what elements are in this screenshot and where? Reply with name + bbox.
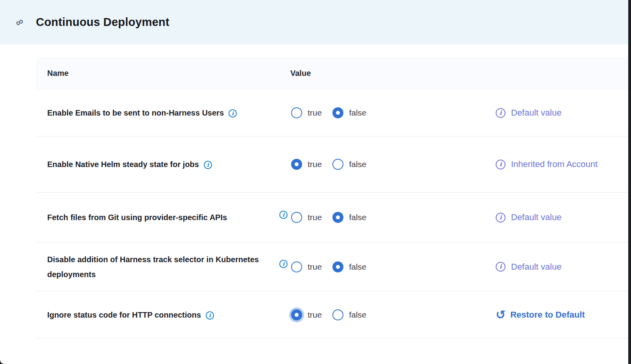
setting-name: Ignore status code for HTTP connectionsi	[47, 307, 273, 322]
restore-to-default-button[interactable]: Restore to Default	[510, 310, 585, 320]
radio-true-circle[interactable]	[291, 107, 302, 118]
window-right-edge	[628, 0, 631, 364]
radio-true-circle[interactable]	[291, 261, 302, 272]
info-icon[interactable]: i	[229, 109, 237, 118]
radio-false-circle[interactable]	[332, 309, 343, 320]
setting-status: ↺ Restore to Default	[484, 309, 628, 321]
setting-status: i Inherited from Account	[484, 158, 628, 171]
table-row: Disable addition of Harness track select…	[36, 243, 628, 291]
radio-true[interactable]: true	[291, 159, 332, 170]
radio-true[interactable]: true	[291, 212, 332, 223]
radio-false[interactable]: false	[332, 309, 377, 320]
radio-false[interactable]: false	[332, 159, 377, 170]
info-icon[interactable]: i	[204, 161, 212, 169]
radio-true[interactable]: true	[291, 107, 332, 118]
radio-true-circle[interactable]	[291, 212, 302, 223]
setting-name: Fetch files from Git using provider-spec…	[47, 210, 273, 225]
table-header-row: Name Value	[36, 57, 628, 90]
table-row: Enable Emails to be sent to non-Harness …	[36, 90, 628, 136]
radio-false-circle[interactable]	[332, 107, 343, 118]
setting-status: i Default value	[484, 260, 628, 274]
window-corner-bottom-left	[0, 360, 4, 364]
column-header-value: Value	[279, 69, 484, 78]
info-icon[interactable]: i	[496, 160, 506, 169]
radio-false[interactable]: false	[332, 212, 377, 223]
radio-true-circle[interactable]	[291, 309, 302, 320]
radio-false-circle[interactable]	[332, 159, 343, 170]
column-header-name: Name	[47, 69, 279, 78]
info-icon[interactable]: i	[496, 108, 506, 118]
setting-value: i true false	[279, 212, 484, 223]
info-icon[interactable]: i	[496, 262, 506, 272]
radio-true-circle[interactable]	[291, 159, 302, 170]
table-row: Enable Native Helm steady state for jobs…	[36, 136, 628, 193]
status-label: Default value	[511, 106, 561, 119]
radio-false-circle[interactable]	[332, 212, 343, 223]
setting-value: i true false	[279, 309, 484, 320]
info-icon[interactable]: i	[496, 213, 506, 222]
setting-value: i true false	[279, 159, 484, 170]
status-label: Default value	[511, 260, 561, 274]
table-row: Ignore status code for HTTP connectionsi…	[36, 291, 628, 338]
info-icon[interactable]: i	[206, 311, 214, 320]
setting-name: Disable addition of Harness track select…	[47, 252, 273, 282]
radio-false[interactable]: false	[332, 261, 377, 272]
status-label: Inherited from Account	[511, 158, 598, 171]
setting-name: Enable Native Helm steady state for jobs…	[47, 157, 273, 172]
info-icon[interactable]: i	[279, 260, 288, 268]
setting-status: i Default value	[484, 211, 628, 224]
radio-true[interactable]: true	[291, 309, 332, 320]
status-label: Default value	[511, 211, 561, 224]
setting-value: i true false	[279, 261, 484, 272]
table-row: Fetch files from Git using provider-spec…	[36, 193, 628, 243]
setting-status: i Default value	[484, 106, 628, 119]
restore-icon[interactable]: ↺	[496, 309, 506, 321]
settings-table: Name Value Enable Emails to be sent to n…	[36, 57, 628, 338]
setting-name: Enable Emails to be sent to non-Harness …	[47, 105, 273, 120]
page-title: Continuous Deployment	[36, 16, 169, 29]
radio-false-circle[interactable]	[332, 261, 343, 272]
info-icon[interactable]: i	[279, 211, 288, 219]
setting-value: i true false	[279, 107, 484, 118]
radio-false[interactable]: false	[332, 107, 377, 118]
radio-true[interactable]: true	[291, 261, 332, 272]
section-header: ∞ Continuous Deployment	[0, 0, 631, 44]
link-icon[interactable]: ∞	[14, 16, 26, 29]
